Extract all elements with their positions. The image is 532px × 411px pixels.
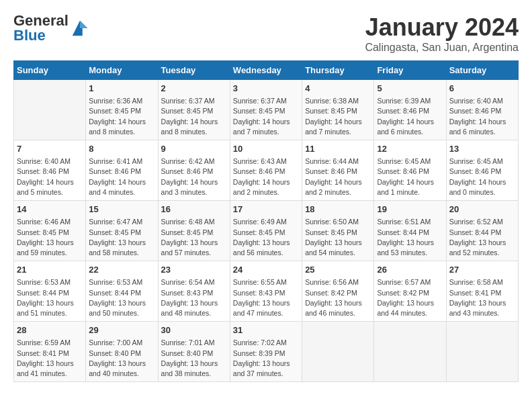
day-number: 15 [89,203,154,216]
calendar-cell: 9Sunrise: 6:42 AM Sunset: 8:46 PM Daylig… [158,140,230,201]
calendar-cell: 30Sunrise: 7:01 AM Sunset: 8:40 PM Dayli… [158,322,230,382]
day-number: 16 [161,203,227,216]
day-number: 14 [17,203,83,216]
day-number: 5 [377,83,443,95]
day-content: Sunrise: 6:46 AM Sunset: 8:45 PM Dayligh… [17,217,83,258]
calendar-cell [14,80,86,140]
calendar-cell: 1Sunrise: 6:36 AM Sunset: 8:45 PM Daylig… [86,80,158,140]
day-number: 19 [377,203,443,216]
day-number: 2 [161,83,227,95]
day-number: 8 [89,143,154,155]
logo: General Blue [13,13,90,43]
day-content: Sunrise: 6:40 AM Sunset: 8:46 PM Dayligh… [17,156,83,197]
header-cell-tuesday: Tuesday [158,61,230,80]
day-content: Sunrise: 6:39 AM Sunset: 8:46 PM Dayligh… [377,96,443,137]
day-content: Sunrise: 6:59 AM Sunset: 8:41 PM Dayligh… [17,338,83,379]
day-number: 28 [17,324,83,336]
calendar-cell: 5Sunrise: 6:39 AM Sunset: 8:46 PM Daylig… [374,80,446,140]
day-number: 21 [17,264,83,276]
calendar-cell: 19Sunrise: 6:51 AM Sunset: 8:44 PM Dayli… [374,201,446,261]
calendar-cell: 6Sunrise: 6:40 AM Sunset: 8:46 PM Daylig… [446,80,518,140]
day-content: Sunrise: 6:36 AM Sunset: 8:45 PM Dayligh… [89,96,154,137]
day-content: Sunrise: 7:00 AM Sunset: 8:40 PM Dayligh… [89,338,154,379]
calendar-cell: 3Sunrise: 6:37 AM Sunset: 8:45 PM Daylig… [230,80,302,140]
day-number: 17 [233,203,299,216]
header-cell-monday: Monday [86,61,158,80]
day-content: Sunrise: 6:49 AM Sunset: 8:45 PM Dayligh… [233,217,299,258]
day-number: 7 [17,143,83,155]
day-content: Sunrise: 6:51 AM Sunset: 8:44 PM Dayligh… [377,217,443,258]
calendar-cell: 26Sunrise: 6:57 AM Sunset: 8:42 PM Dayli… [374,261,446,322]
day-number: 10 [233,143,299,155]
calendar-week-row: 1Sunrise: 6:36 AM Sunset: 8:45 PM Daylig… [14,80,519,140]
calendar-cell: 7Sunrise: 6:40 AM Sunset: 8:46 PM Daylig… [14,140,86,201]
day-content: Sunrise: 6:55 AM Sunset: 8:43 PM Dayligh… [233,277,299,318]
calendar-cell: 31Sunrise: 7:02 AM Sunset: 8:39 PM Dayli… [230,322,302,382]
day-number: 25 [305,264,371,276]
calendar-cell: 18Sunrise: 6:50 AM Sunset: 8:45 PM Dayli… [302,201,374,261]
day-content: Sunrise: 6:37 AM Sunset: 8:45 PM Dayligh… [161,96,227,137]
header-cell-wednesday: Wednesday [230,61,302,80]
calendar-week-row: 28Sunrise: 6:59 AM Sunset: 8:41 PM Dayli… [14,322,519,382]
calendar-week-row: 14Sunrise: 6:46 AM Sunset: 8:45 PM Dayli… [14,201,519,261]
logo-general-text: General [13,13,69,28]
calendar-week-row: 7Sunrise: 6:40 AM Sunset: 8:46 PM Daylig… [14,140,519,201]
calendar-cell: 17Sunrise: 6:49 AM Sunset: 8:45 PM Dayli… [230,201,302,261]
day-content: Sunrise: 7:01 AM Sunset: 8:40 PM Dayligh… [161,338,227,379]
header-row: SundayMondayTuesdayWednesdayThursdayFrid… [14,61,519,80]
calendar-cell: 21Sunrise: 6:53 AM Sunset: 8:44 PM Dayli… [14,261,86,322]
calendar-cell: 10Sunrise: 6:43 AM Sunset: 8:46 PM Dayli… [230,140,302,201]
day-content: Sunrise: 6:53 AM Sunset: 8:44 PM Dayligh… [89,277,154,318]
calendar-cell: 13Sunrise: 6:45 AM Sunset: 8:46 PM Dayli… [446,140,518,201]
day-number: 1 [89,83,154,95]
calendar-cell: 2Sunrise: 6:37 AM Sunset: 8:45 PM Daylig… [158,80,230,140]
day-content: Sunrise: 6:42 AM Sunset: 8:46 PM Dayligh… [161,156,227,197]
svg-marker-1 [80,21,87,28]
header-cell-saturday: Saturday [446,61,518,80]
day-content: Sunrise: 6:56 AM Sunset: 8:42 PM Dayligh… [305,277,371,318]
title-section: January 2024 Calingasta, San Juan, Argen… [365,13,519,54]
calendar-cell [302,322,374,382]
day-content: Sunrise: 6:54 AM Sunset: 8:43 PM Dayligh… [161,277,227,318]
day-number: 12 [377,143,443,155]
calendar-cell: 20Sunrise: 6:52 AM Sunset: 8:44 PM Dayli… [446,201,518,261]
calendar-cell: 27Sunrise: 6:58 AM Sunset: 8:41 PM Dayli… [446,261,518,322]
day-content: Sunrise: 6:48 AM Sunset: 8:45 PM Dayligh… [161,217,227,258]
day-content: Sunrise: 6:40 AM Sunset: 8:46 PM Dayligh… [449,96,515,137]
header-cell-sunday: Sunday [14,61,86,80]
logo-blue-text: Blue [13,28,69,43]
day-number: 31 [233,324,299,336]
day-content: Sunrise: 6:53 AM Sunset: 8:44 PM Dayligh… [17,277,83,318]
day-content: Sunrise: 6:45 AM Sunset: 8:46 PM Dayligh… [449,156,515,197]
day-number: 13 [449,143,515,155]
day-content: Sunrise: 6:58 AM Sunset: 8:41 PM Dayligh… [449,277,515,318]
day-number: 23 [161,264,227,276]
calendar-body: 1Sunrise: 6:36 AM Sunset: 8:45 PM Daylig… [14,80,519,382]
day-number: 24 [233,264,299,276]
day-number: 20 [449,203,515,216]
main-title: January 2024 [365,13,519,42]
day-content: Sunrise: 6:57 AM Sunset: 8:42 PM Dayligh… [377,277,443,318]
day-number: 29 [89,324,154,336]
day-number: 22 [89,264,154,276]
day-content: Sunrise: 6:50 AM Sunset: 8:45 PM Dayligh… [305,217,371,258]
calendar-cell: 16Sunrise: 6:48 AM Sunset: 8:45 PM Dayli… [158,201,230,261]
calendar-cell: 4Sunrise: 6:38 AM Sunset: 8:45 PM Daylig… [302,80,374,140]
day-number: 18 [305,203,371,216]
day-content: Sunrise: 6:41 AM Sunset: 8:46 PM Dayligh… [89,156,154,197]
day-number: 4 [305,83,371,95]
calendar-cell: 22Sunrise: 6:53 AM Sunset: 8:44 PM Dayli… [86,261,158,322]
calendar-cell: 11Sunrise: 6:44 AM Sunset: 8:46 PM Dayli… [302,140,374,201]
calendar-cell: 14Sunrise: 6:46 AM Sunset: 8:45 PM Dayli… [14,201,86,261]
day-content: Sunrise: 6:45 AM Sunset: 8:46 PM Dayligh… [377,156,443,197]
header-cell-friday: Friday [374,61,446,80]
calendar-cell: 29Sunrise: 7:00 AM Sunset: 8:40 PM Dayli… [86,322,158,382]
day-number: 26 [377,264,443,276]
day-content: Sunrise: 6:43 AM Sunset: 8:46 PM Dayligh… [233,156,299,197]
logo-icon [70,18,90,38]
day-number: 6 [449,83,515,95]
day-content: Sunrise: 6:44 AM Sunset: 8:46 PM Dayligh… [305,156,371,197]
calendar-cell [446,322,518,382]
calendar-cell: 12Sunrise: 6:45 AM Sunset: 8:46 PM Dayli… [374,140,446,201]
day-content: Sunrise: 7:02 AM Sunset: 8:39 PM Dayligh… [233,338,299,379]
